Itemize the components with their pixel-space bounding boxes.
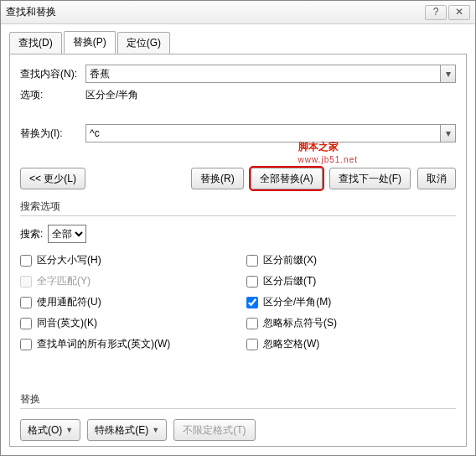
check-whole: 全字匹配(Y): [20, 274, 230, 288]
replace-input[interactable]: [85, 124, 441, 142]
replace-group: 替换: [20, 393, 40, 405]
format-button[interactable]: 格式(O)▼: [20, 419, 80, 441]
search-scope-select[interactable]: 全部: [48, 225, 86, 243]
find-next-button[interactable]: 查找下一处(F): [329, 168, 411, 189]
replace-button[interactable]: 替换(R): [191, 168, 244, 189]
tabs: 查找(D) 替换(P) 定位(G): [1, 24, 475, 54]
find-dropdown-icon[interactable]: ▾: [441, 65, 456, 83]
check-space[interactable]: 忽略空格(W): [246, 337, 456, 351]
panel: 查找内容(N): ▾ 选项: 区分全/半角 替换为(I): ▾ << 更少(L)…: [9, 54, 467, 447]
search-options-group: 搜索选项: [20, 200, 60, 212]
check-punct[interactable]: 忽略标点符号(S): [246, 316, 456, 330]
check-fullhalf[interactable]: 区分全/半角(M): [246, 295, 456, 309]
tab-find[interactable]: 查找(D): [9, 32, 62, 54]
tab-goto[interactable]: 定位(G): [117, 32, 170, 54]
noformat-button: 不限定格式(T): [173, 419, 255, 441]
check-allforms[interactable]: 查找单词的所有形式(英文)(W): [20, 337, 230, 351]
chevron-down-icon: ▼: [152, 426, 159, 434]
check-suffix[interactable]: 区分后缀(T): [246, 274, 456, 288]
help-button[interactable]: ?: [425, 5, 447, 20]
search-scope-label: 搜索:: [20, 227, 43, 241]
chevron-down-icon: ▼: [65, 426, 73, 434]
check-prefix[interactable]: 区分前缀(X): [246, 253, 456, 267]
less-button[interactable]: << 更少(L): [20, 168, 85, 189]
tab-replace[interactable]: 替换(P): [64, 31, 116, 54]
cancel-button[interactable]: 取消: [417, 168, 456, 189]
titlebar: 查找和替换 ? ✕: [1, 1, 475, 24]
options-value: 区分全/半角: [85, 88, 138, 102]
find-label: 查找内容(N):: [20, 67, 80, 81]
replace-dropdown-icon[interactable]: ▾: [441, 124, 456, 142]
options-label: 选项:: [20, 88, 80, 102]
find-input[interactable]: [85, 65, 441, 83]
check-homonym[interactable]: 同音(英文)(K): [20, 316, 230, 330]
check-wildcard[interactable]: 使用通配符(U): [20, 295, 230, 309]
replace-label: 替换为(I):: [20, 127, 80, 141]
dialog-title: 查找和替换: [6, 5, 423, 19]
replace-all-button[interactable]: 全部替换(A): [251, 168, 323, 189]
check-case[interactable]: 区分大小写(H): [20, 253, 230, 267]
close-button[interactable]: ✕: [448, 5, 470, 20]
special-format-button[interactable]: 特殊格式(E)▼: [87, 419, 167, 441]
